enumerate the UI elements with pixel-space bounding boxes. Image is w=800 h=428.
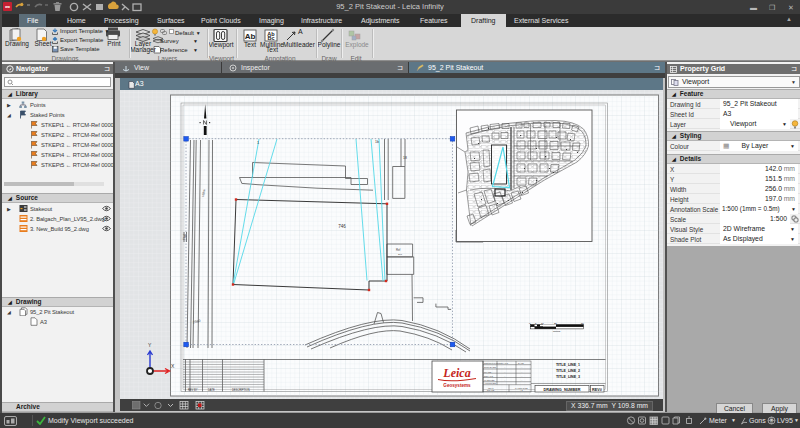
- svg-text:meters: meters: [553, 330, 561, 333]
- svg-text:DESCRIPTION: DESCRIPTION: [232, 388, 250, 392]
- svg-text:DRAWING_NUMBER: DRAWING_NUMBER: [543, 388, 580, 392]
- svg-text:TITLE_LINE_3: TITLE_LINE_3: [556, 375, 580, 379]
- svg-text:TEXT: TEXT: [488, 387, 494, 389]
- svg-text:Leica: Leica: [442, 366, 470, 380]
- svg-text:746: 746: [338, 224, 346, 229]
- svg-text:Ref: Ref: [396, 248, 401, 252]
- svg-text:DATE: DATE: [518, 362, 524, 364]
- svg-text:Geosystems: Geosystems: [443, 383, 471, 388]
- svg-text:201: 201: [398, 253, 403, 256]
- svg-text:CHECKED: CHECKED: [484, 379, 495, 381]
- svg-text:DETAILS: DETAILS: [484, 375, 493, 377]
- svg-text:DESCRIPTION: DESCRIPTION: [484, 362, 499, 364]
- svg-text:PLANS: PLANS: [484, 371, 492, 373]
- svg-text:APPROVED: APPROVED: [484, 382, 497, 384]
- svg-text:A: A: [298, 28, 303, 35]
- svg-text:Ab: Ab: [245, 32, 256, 41]
- svg-text:DATE: DATE: [208, 388, 215, 392]
- svg-text:∞: ∞: [5, 3, 10, 10]
- svg-text:TITLE_LINE_1: TITLE_LINE_1: [556, 363, 580, 367]
- svg-text:REV#: REV#: [592, 388, 603, 392]
- svg-text:PAPER SIZE: PAPER SIZE: [515, 387, 528, 389]
- svg-text:SCALE: SCALE: [487, 389, 495, 391]
- svg-text:1b: 1b: [375, 140, 379, 144]
- svg-text:18: 18: [403, 156, 407, 160]
- svg-text:REV BY: REV BY: [188, 388, 198, 392]
- svg-text:SURVEYED: SURVEYED: [484, 366, 496, 368]
- svg-text:TITLE_LINE_2: TITLE_LINE_2: [556, 369, 580, 373]
- svg-text:DETAILS: DETAILS: [499, 362, 508, 364]
